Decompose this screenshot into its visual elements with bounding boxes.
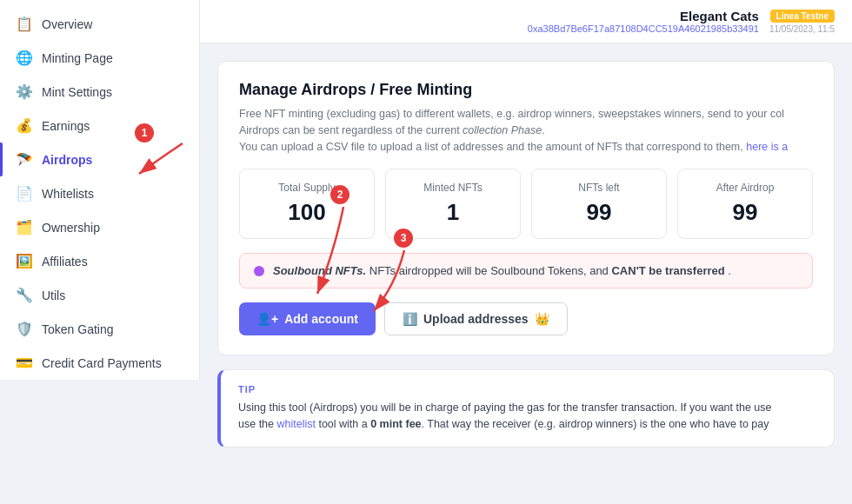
info-icon: ℹ️ [403, 312, 417, 326]
soulbound-notice: Soulbound NFTs. NFTs airdropped will be … [239, 253, 813, 288]
stat-label: NFTs left [578, 182, 619, 194]
project-name: Elegant Cats [680, 9, 759, 23]
sidebar-item-token-gating[interactable]: 🛡️ Token Gating [0, 312, 199, 346]
sidebar: 📋 Overview 🌐 Minting Page ⚙️ Mint Settin… [0, 0, 200, 380]
sidebar-icon-whitelists: 📄 [16, 185, 33, 202]
sidebar-icon-earnings: 💰 [16, 117, 33, 134]
stat-value: 99 [587, 199, 612, 226]
stat-value: 99 [733, 199, 758, 226]
sidebar-label-affiliates: Affiliates [42, 255, 88, 269]
soulbound-dot [254, 266, 264, 276]
sidebar-label-ownership: Ownership [42, 221, 100, 235]
sidebar-item-minting-page[interactable]: 🌐 Minting Page [0, 41, 199, 75]
tip-text: Using this tool (Airdrops) you will be i… [238, 400, 816, 433]
upload-addresses-button[interactable]: ℹ️ Upload addresses 👑 [384, 302, 568, 335]
sidebar-label-utils: Utils [42, 288, 65, 302]
tip-card: TIP Using this tool (Airdrops) you will … [217, 369, 835, 448]
sidebar-label-minting-page: Minting Page [42, 51, 113, 65]
header-bar: Elegant Cats 0xa38Bd7Be6F17a87108D4CC519… [200, 0, 852, 43]
sidebar-icon-affiliates: 🖼️ [16, 253, 33, 269]
stat-box-total-supply: Total Supply 100 [239, 169, 375, 239]
sidebar-item-affiliates[interactable]: 🖼️ Affiliates [0, 244, 199, 278]
sidebar-item-airdrops[interactable]: 🪂 Airdrops [0, 143, 199, 176]
sidebar-label-overview: Overview [42, 17, 92, 31]
annotation-3: 3 [394, 229, 413, 248]
stat-value: 1 [447, 199, 459, 226]
sidebar-label-whitelists: Whitelists [42, 187, 94, 201]
sidebar-icon-ownership: 🗂️ [16, 219, 33, 235]
sidebar-label-token-gating: Token Gating [42, 322, 114, 336]
crown-icon: 👑 [535, 312, 549, 326]
sidebar-item-ownership[interactable]: 🗂️ Ownership [0, 210, 199, 244]
csv-link[interactable]: here is a [746, 141, 788, 153]
sidebar-icon-minting-page: 🌐 [16, 50, 33, 66]
sidebar-icon-credit-card: 💳 [16, 355, 33, 371]
add-account-button[interactable]: 👤+ Add account [239, 302, 376, 335]
network-badge: Linea Testne [770, 10, 835, 23]
stat-label: After Airdrop [716, 182, 775, 194]
sidebar-icon-airdrops: 🪂 [16, 151, 33, 168]
timestamp: 11/05/2023, 11:5 [769, 24, 835, 34]
sidebar-icon-token-gating: 🛡️ [16, 321, 33, 337]
stats-row: Total Supply 100 Minted NFTs 1 NFTs left… [239, 169, 813, 239]
sidebar-item-utils[interactable]: 🔧 Utils [0, 278, 199, 312]
sidebar-item-earnings[interactable]: 💰 Earnings [0, 109, 199, 143]
content-area: Manage Airdrops / Free Minting Free NFT … [200, 43, 852, 504]
sidebar-label-mint-settings: Mint Settings [42, 85, 112, 99]
sidebar-label-earnings: Earnings [42, 119, 90, 133]
airdrops-card: Manage Airdrops / Free Minting Free NFT … [217, 61, 835, 355]
sidebar-label-credit-card: Credit Card Payments [42, 356, 162, 370]
sidebar-item-credit-card[interactable]: 💳 Credit Card Payments [0, 346, 199, 380]
sidebar-item-overview[interactable]: 📋 Overview [0, 7, 199, 41]
stat-box-after-airdrop: After Airdrop 99 [677, 169, 813, 239]
card-title: Manage Airdrops / Free Minting [239, 81, 813, 99]
sidebar-icon-overview: 📋 [16, 16, 33, 32]
sidebar-icon-mint-settings: ⚙️ [16, 83, 33, 100]
sidebar-icon-utils: 🔧 [16, 287, 33, 303]
annotation-1: 1 [135, 123, 154, 143]
soulbound-text: Soulbound NFTs. NFTs airdropped will be … [273, 264, 731, 277]
whitelist-link[interactable]: whitelist [276, 418, 315, 430]
card-desc: Free NFT minting (excluding gas) to diff… [239, 106, 813, 155]
add-icon: 👤+ [256, 312, 278, 326]
action-row: 👤+ Add account ℹ️ Upload addresses 👑 [239, 302, 813, 335]
sidebar-item-whitelists[interactable]: 📄 Whitelists [0, 176, 199, 210]
project-address: 0xa38Bd7Be6F17a87108D4CC519A46021985b334… [528, 23, 759, 34]
sidebar-label-airdrops: Airdrops [42, 153, 92, 167]
tip-label: TIP [238, 384, 816, 395]
stat-label: Minted NFTs [423, 182, 482, 194]
main-content: Elegant Cats 0xa38Bd7Be6F17a87108D4CC519… [200, 0, 852, 504]
project-info: Elegant Cats 0xa38Bd7Be6F17a87108D4CC519… [528, 9, 759, 34]
stat-label: Total Supply [278, 182, 335, 194]
stat-box-nfts-left: NFTs left 99 [531, 169, 667, 239]
stat-value: 100 [288, 199, 325, 226]
sidebar-item-mint-settings[interactable]: ⚙️ Mint Settings [0, 75, 199, 109]
